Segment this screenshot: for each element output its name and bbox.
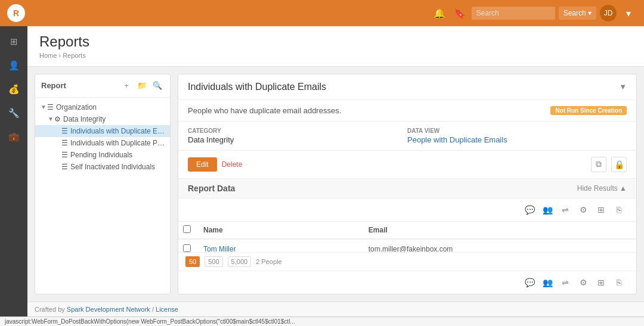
row-1-name-link[interactable]: Tom Miller (203, 245, 236, 252)
category-value: Data Integrity (188, 135, 407, 144)
tree-toggle-data-integrity: ▼ (47, 116, 54, 122)
breadcrumb-current: Reports (63, 52, 86, 59)
tree-label-data-integrity: Data Integrity (63, 115, 106, 123)
bottom-communicate-icon[interactable]: 💬 (522, 275, 537, 290)
nav-icons: 🔔 🔖 Search ▾ JD ▾ (431, 5, 637, 21)
page-size-50[interactable]: 50 (185, 256, 200, 267)
tree-item-self-inactivated[interactable]: ☰ Self Inactivated Individuals (35, 161, 170, 173)
status-bar: javascript:WebForm_DoPostBackWithOptions… (0, 316, 644, 326)
dataview-link[interactable]: People with Duplicate Emails (407, 135, 507, 144)
notification-icon[interactable]: 🔔 (431, 5, 448, 21)
meta-dataview: Data View People with Duplicate Emails (407, 128, 627, 144)
merge-icon[interactable]: ⇌ (558, 202, 573, 218)
bottom-add-to-group-icon[interactable]: 👥 (540, 275, 555, 290)
add-report-icon[interactable]: + (120, 79, 133, 92)
data-table: Name Email Tom Mille (178, 222, 636, 252)
page-title: Reports (39, 33, 632, 51)
data-integrity-icon: ⚙ (54, 115, 61, 123)
settings-icon[interactable]: ⚙ (575, 202, 591, 218)
not-run-badge: Not Run Since Creation (550, 106, 627, 115)
email-column-header: Email (361, 222, 636, 239)
select-all-checkbox[interactable] (183, 225, 191, 233)
bottom-settings-icon[interactable]: ⚙ (575, 275, 591, 290)
hide-results-button[interactable]: Hide Results ▲ (577, 184, 627, 193)
row-1-checkbox[interactable] (183, 244, 191, 252)
communicate-icon[interactable]: 💬 (522, 202, 537, 218)
report-icon-dup-emails: ☰ (61, 127, 68, 135)
report-data-title: Report Data (188, 184, 235, 193)
panel-title: Report (41, 81, 66, 90)
tree-label-self-inactivated: Self Inactivated Individuals (70, 163, 155, 171)
search-input[interactable] (472, 7, 555, 20)
avatar[interactable]: JD (600, 5, 617, 21)
category-label: Category (188, 128, 407, 134)
tree-item-organization[interactable]: ▼ ☰ Organization (35, 101, 170, 113)
collapse-report-icon[interactable]: ▼ (619, 82, 627, 91)
tree-content: ▼ ☰ Organization ▼ ⚙ Data Integrity (35, 98, 170, 294)
search-button[interactable]: Search ▾ (559, 7, 596, 20)
table-row: Tom Miller tom.miller@fakeinbox.com (178, 239, 636, 252)
meta-category: Category Data Integrity (188, 128, 407, 144)
sidebar-item-finance[interactable]: 💰 (3, 79, 24, 100)
user-dropdown-chevron-icon[interactable]: ▾ (620, 5, 637, 21)
people-count: 2 People (256, 258, 281, 265)
report-icon-dup-phones: ☰ (61, 139, 68, 147)
tree-item-dup-phones[interactable]: ☰ Individuals with Duplicate Phone Numbe… (35, 137, 170, 149)
row-checkbox-1 (178, 239, 196, 252)
actions-left: Edit Delete (188, 157, 242, 172)
dashboard-icon: ⊞ (10, 36, 18, 47)
finance-icon: 💰 (8, 84, 20, 95)
row-1-name: Tom Miller (196, 239, 361, 252)
bottom-export-icon[interactable]: ⎘ (611, 275, 627, 290)
edit-button[interactable]: Edit (188, 157, 217, 172)
grid-view-icon[interactable]: ⊞ (593, 202, 609, 218)
status-bar-text: javascript:WebForm_DoPostBackWithOptions… (5, 318, 295, 325)
organization-icon: ☰ (47, 103, 54, 111)
sidebar-item-admin[interactable]: 💼 (3, 126, 24, 148)
tree-label-pending: Pending Individuals (70, 151, 132, 159)
lock-icon[interactable]: 🔒 (611, 157, 627, 172)
report-icon-pending: ☰ (61, 151, 68, 159)
row-1-email: tom.miller@fakeinbox.com (361, 239, 636, 252)
report-tree-panel: Report + 📁 🔍 ▼ ☰ Organization (35, 74, 171, 294)
page-header: Reports Home › Reports (27, 26, 644, 67)
panel-header: Report + 📁 🔍 (35, 74, 170, 98)
bottom-toolbar: 💬 👥 ⇌ ⚙ ⊞ ⎘ (178, 271, 636, 294)
report-data-section: Report Data Hide Results ▲ 💬 👥 ⇌ ⚙ ⊞ ⎘ (178, 179, 636, 294)
app-logo[interactable]: R (7, 4, 25, 22)
folder-icon[interactable]: 📁 (135, 79, 148, 92)
bottom-merge-icon[interactable]: ⇌ (558, 275, 573, 290)
footer-spark-link[interactable]: Spark Development Network (67, 306, 150, 313)
report-description: People who have duplicate email addresse… (188, 106, 341, 115)
tree-item-dup-emails[interactable]: ☰ Individuals with Duplicate Emails (35, 125, 170, 137)
panel-actions: + 📁 🔍 (120, 79, 164, 92)
page-footer: Crafted by Spark Development Network / L… (27, 302, 644, 316)
sidebar-item-people[interactable]: 👤 (3, 55, 24, 76)
tree-label-organization: Organization (56, 103, 97, 111)
export-icon[interactable]: ⎘ (611, 202, 627, 218)
breadcrumb-home-link[interactable]: Home (39, 52, 57, 59)
report-header: Individuals with Duplicate Emails ▼ (178, 74, 636, 100)
name-column-header: Name (196, 222, 361, 239)
footer-license-link[interactable]: License (156, 306, 178, 313)
table-footer: 50 500 5,000 2 People (178, 252, 636, 271)
tree-item-pending[interactable]: ☰ Pending Individuals (35, 149, 170, 161)
top-navigation: R 🔔 🔖 Search ▾ JD ▾ (0, 0, 644, 26)
sidebar-item-dashboard[interactable]: ⊞ (3, 31, 24, 52)
tree-toggle-organization: ▼ (40, 104, 47, 110)
actions-right: ⧉ 🔒 (591, 157, 627, 172)
search-icon[interactable]: 🔍 (151, 79, 164, 92)
delete-button[interactable]: Delete (222, 157, 243, 172)
copy-to-clipboard-icon[interactable]: ⧉ (591, 157, 606, 172)
bottom-grid-view-icon[interactable]: ⊞ (593, 275, 609, 290)
tree-item-data-integrity[interactable]: ▼ ⚙ Data Integrity (35, 113, 170, 125)
breadcrumb: Home › Reports (39, 52, 632, 59)
report-data-header: Report Data Hide Results ▲ (178, 179, 636, 198)
sidebar-item-tools[interactable]: 🔧 (3, 103, 24, 124)
page-size-500[interactable]: 500 (205, 256, 222, 267)
add-to-group-icon[interactable]: 👥 (540, 202, 555, 218)
bookmark-icon[interactable]: 🔖 (451, 5, 468, 21)
tools-icon: 🔧 (8, 108, 20, 119)
page-size-5000[interactable]: 5,000 (228, 256, 252, 267)
briefcase-icon: 💼 (8, 132, 20, 142)
